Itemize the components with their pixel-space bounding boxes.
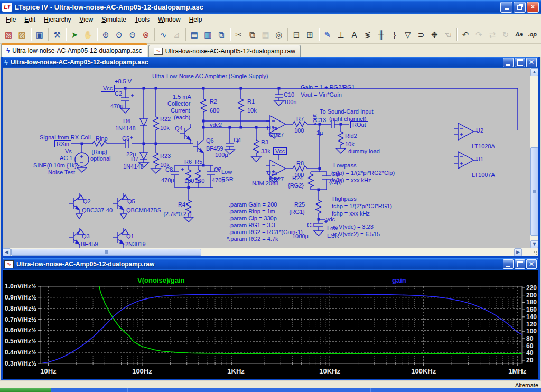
menu-item-tools[interactable]: Tools [130,15,154,24]
waveform-close-button[interactable]: × [526,259,537,269]
diode-button[interactable]: ▽ [402,27,414,41]
wire-button[interactable]: ✎ [321,27,334,41]
minimize-button[interactable] [500,2,512,13]
schematic-label: .param Rinp = 1m [229,208,275,214]
schematic-horizontal-scrollbar[interactable]: ◀ ▶ [3,248,530,256]
waveform-maximize-button[interactable] [515,259,525,269]
schematic-label: dummy load [348,148,380,154]
toolbar-separator [31,28,31,41]
toolbar-separator [287,28,288,41]
menu-item-file[interactable]: File [2,15,20,24]
menu-item-edit[interactable]: Edit [20,15,40,24]
horizontal-scroll-thumb[interactable] [11,249,201,256]
print-button[interactable]: ⊞ [303,27,316,41]
run-button[interactable]: ➤ [68,27,81,41]
schematic-minimize-button[interactable] [503,58,514,67]
waveform-pane[interactable]: 10Hz100Hz1KHz10KHz100KHz1MHz1.0nV/Hz½0.9… [3,270,538,379]
plot-text: 120 [526,321,537,328]
tab-waveform[interactable]: ∿ Ultra-low-noise-AC-Amp05-12-dualopamp.… [148,45,301,57]
menu-item-view[interactable]: View [75,15,97,24]
tab-schematic[interactable]: ϟ Ultra-low-noise-AC-Amp05-12-dualopamp.… [1,43,147,57]
plot-text: 40 [526,349,534,357]
zoom-in-button[interactable]: ⊕ [99,27,112,41]
schematic-label: Q3 [82,233,90,239]
waveform-window-title-bar[interactable]: ∿ Ultra-low-noise-AC-Amp05-12-dualopamp.… [3,258,538,270]
schematic-label: 10k [345,141,355,147]
schematic-close-button[interactable]: × [526,58,537,67]
menu-item-hierarchy[interactable]: Hierarchy [40,15,75,24]
zoom-out-button[interactable]: ⊖ [126,27,139,41]
part-npn-q5 [113,193,124,213]
print-setup-button[interactable]: ⊟ [290,27,303,41]
scroll-left-icon[interactable]: ◀ [3,248,11,256]
schematic-window-title-bar[interactable]: ϟ Ultra-low-noise-AC-Amp05-12-dualopamp.… [3,57,538,68]
waveform-window-icon: ∿ [4,260,14,268]
tab-schematic-label: Ultra-low-noise-AC-Amp05-12-dualopamp.as… [12,47,142,54]
part-res-v-r1 [238,98,244,114]
schematic-label: +8.5 V [115,78,132,85]
component-button[interactable]: ⊃ [415,27,427,41]
move-button[interactable]: ✥ [428,27,441,41]
tile-vertically-button[interactable]: ▥ [201,27,214,41]
close-button[interactable]: × [527,2,539,13]
schematic-window-icon: ϟ [4,59,8,67]
ground-button[interactable]: ⊥ [334,27,347,41]
schematic-label: U1a [267,125,277,132]
restore-button[interactable] [514,2,526,13]
schematic-label: U1 [476,156,483,162]
schematic-vertical-scrollbar[interactable]: ▲ ▼ [530,68,538,248]
close-icon: × [529,58,534,67]
schematic-label: Gain = 1 + RG2/RG1 [301,84,355,90]
cut-button[interactable]: ✂ [232,27,245,41]
net-flag-rxin: RXin [54,140,71,147]
schematic-window: ϟ Ultra-low-noise-AC-Amp05-12-dualopamp.… [1,57,540,258]
new-schematic-button[interactable]: ▧ [2,27,15,41]
zoom-full-extents-button[interactable]: ⊗ [139,27,152,41]
open-button[interactable]: ▨ [15,27,28,41]
menu-item-window[interactable]: Window [154,15,185,24]
text-button[interactable]: Aa [512,27,525,41]
waveform-minimize-button[interactable] [503,259,514,269]
save-button[interactable]: ▣ [33,27,46,41]
part-gnd [251,157,261,162]
maximize-icon [517,59,523,66]
menu-item-simulate[interactable]: Simulate [97,15,130,24]
vertical-scroll-thumb[interactable] [530,147,538,236]
zoom-area-button[interactable]: ⊙ [113,27,125,41]
schematic-label: QBC337-40 [82,207,113,213]
menu-item-help[interactable]: Help [185,15,207,24]
part-npn-q3 [69,228,79,248]
cascade-windows-button[interactable]: ⧉ [214,27,227,41]
capacitor-button[interactable]: ╫ [375,27,387,41]
schematic-label: .param Gain = 200 [229,201,277,208]
part-res-v-r22 [153,116,158,132]
waveform-plot[interactable]: 10Hz100Hz1KHz10KHz100KHz1MHz1.0nV/Hz½0.9… [3,270,538,379]
plot-text: 0.4nV/Hz½ [5,349,36,356]
scroll-right-icon[interactable]: ▶ [514,248,522,256]
schematic-label: 10k [160,125,170,131]
tab-waveform-label: Ultra-low-noise-AC-Amp05-12-dualopamp.ra… [165,48,295,55]
scroll-up-icon[interactable]: ▲ [530,68,538,76]
start-button[interactable] [0,388,51,392]
tile-horizontally-button[interactable]: ▤ [188,27,201,41]
scroll-down-icon[interactable]: ▼ [530,240,538,248]
drag-button[interactable]: ☜ [442,27,454,41]
label-net-button[interactable]: A [348,27,360,41]
schematic-label: fc(lp) = 1/(2*pi*RG2*Clp) [331,170,395,176]
resistor-button[interactable]: ≶ [361,27,374,41]
inductor-button[interactable]: } [388,27,400,41]
schematic-label: R6 [184,158,192,165]
undo-button[interactable]: ↶ [459,27,472,41]
control-panel-button[interactable]: ⚒ [51,27,63,41]
net-flag-vcc: Vcc [273,147,287,155]
schematic-canvas[interactable]: Ultra-Low-Noise AC Amplifier (Single Sup… [3,68,530,248]
schematic-maximize-button[interactable] [515,58,525,67]
plot-text: 200 [526,292,537,299]
find-button[interactable]: ◎ [273,27,285,41]
copy-button[interactable]: ⧉ [246,27,258,41]
part-diode-v-d7 [140,153,147,160]
schematic-label: 100 [184,178,194,184]
spice-directive-button[interactable]: .op [526,27,539,41]
autorange-waveform-button[interactable]: ∿ [157,27,170,41]
resize-grip[interactable] [530,248,538,256]
